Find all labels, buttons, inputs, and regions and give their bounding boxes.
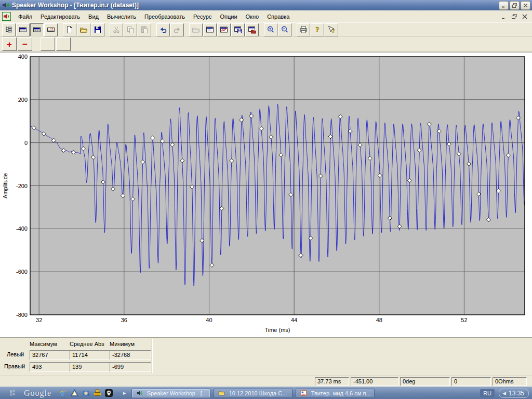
system-tray-clock[interactable]: ◀ 13:35 [499,389,529,398]
mdi-minimize-button[interactable] [500,13,508,20]
menu-bar: ФайлРедактироватьВидВычислитьПреобразова… [0,10,532,23]
taskbar: Google e ▸ Speaker Workshop - [...10.12.… [0,387,532,399]
robot-app-icon[interactable] [93,389,102,397]
menu-справка[interactable]: Справка [263,12,294,21]
cam-app-icon[interactable] [82,389,90,397]
minimize-button[interactable] [499,1,509,10]
stats-row-label: Левый [7,351,24,357]
menu-файл[interactable]: Файл [14,12,36,21]
status-field: 37.73 ms [315,377,349,386]
stat-value-box: 493 [30,362,71,372]
app-speaker-icon [2,1,10,9]
export-window-button[interactable] [245,23,259,36]
cut-button [110,23,123,36]
x-tick-label: 36 [121,317,127,323]
x-tick-label: 48 [376,317,382,323]
zoom-in-button[interactable] [264,23,277,36]
blank-button[interactable] [41,37,55,51]
windows-flag-icon[interactable] [9,389,20,397]
help-button[interactable]: ? [311,23,324,36]
x-tick-label: 52 [461,317,467,323]
svg-text:?: ? [332,28,335,34]
window-title: Speaker Workshop - [Твитер.in.r (dataset… [12,2,499,9]
context-help-button[interactable]: ? [325,23,338,36]
stats-col-header: Среднее Abs [70,341,104,347]
triangle-app-icon[interactable] [70,389,79,397]
datasheet-button[interactable] [16,23,30,36]
paste-button [138,23,151,36]
menu-вид[interactable]: Вид [84,12,103,21]
copy-button [124,23,137,36]
x-axis-title: Time (ms) [264,327,290,333]
menu-опции[interactable]: Опции [216,12,241,21]
datasheet-values-button[interactable] [44,23,58,36]
tray-hide-icons-icon[interactable]: ◀ [502,391,506,396]
marker-toolbar: +− [0,37,532,52]
close-button[interactable] [521,1,530,10]
language-indicator[interactable]: RU [480,389,495,397]
menu-окно[interactable]: Окно [242,12,263,21]
skull-app-icon[interactable] [104,389,113,397]
restore-button[interactable] [510,1,520,10]
import-folder-button [189,23,203,36]
open-folder-button[interactable] [77,23,90,36]
main-toolbar: ?? [0,22,532,37]
properties-window-button[interactable] [203,23,217,36]
zoom-out-button[interactable] [278,23,291,36]
ie-icon[interactable]: e [59,389,68,397]
mdi-close-button[interactable] [521,13,529,20]
speaker-task-icon [134,390,145,396]
menu-вычислить[interactable]: Вычислить [103,12,140,21]
y-tick-label: -400 [16,225,28,232]
menu-преобразовать[interactable]: Преобразовать [140,12,189,21]
x-tick-label: 44 [291,317,297,323]
quicklaunch-overflow-chevron[interactable]: ▸ [123,390,126,396]
status-field: 0 [451,377,491,386]
x-tick-label: 32 [36,317,42,323]
undo-button[interactable] [156,23,170,36]
waveform-chart[interactable]: 4002000-200-400-600-800323640444852Time … [0,52,532,337]
y-tick-label: 400 [18,54,28,60]
y-tick-label: -600 [16,269,28,275]
save-button[interactable] [91,23,104,36]
menu-редактировать[interactable]: Редактировать [36,12,84,21]
remove-button[interactable]: − [18,37,32,51]
speaker-workshop-window: Speaker Workshop - [Твитер.in.r (dataset… [0,0,532,399]
save-window-button[interactable] [231,23,245,36]
taskbar-task-button[interactable]: 10.12.2010 Шкода С... [214,389,292,398]
folder-task-icon [216,390,227,396]
task-button-label: 10.12.2010 Шкода С... [229,390,287,396]
svg-text:e: e [61,389,65,397]
stats-row-label: Правый [4,363,25,369]
stat-value-box: -699 [110,362,151,372]
datasheet-grid-button[interactable] [30,23,44,36]
taskbar-task-button[interactable]: Твитер- мид 4,6 см п... [296,389,375,398]
stat-value-box: 139 [70,362,111,372]
status-field: -451.00 [351,377,398,386]
title-bar: Speaker Workshop - [Твитер.in.r (dataset… [0,0,532,10]
stats-panel-divider [152,339,152,373]
chart-task-icon [298,390,309,396]
taskbar-task-button[interactable]: Speaker Workshop - [... [131,389,210,398]
task-button-label: Speaker Workshop - [... [147,390,207,396]
y-tick-label: -200 [16,183,28,189]
new-file-button[interactable] [63,23,76,36]
stat-value-box: -32768 [110,350,151,360]
status-bar: 37.73 ms-451.000deg00Ohms [0,376,532,387]
waveform-plot[interactable]: 4002000-200-400-600-800323640444852Time … [0,52,532,338]
google-deskbar[interactable]: Google [24,389,51,398]
chart-window-button[interactable] [217,23,231,36]
task-button-label: Твитер- мид 4,6 см п... [311,390,371,396]
mdi-restore-button[interactable] [510,13,518,20]
menu-ресурс[interactable]: Ресурс [189,12,216,21]
add-button[interactable]: + [2,37,17,51]
y-axis-title: Amplitude [2,173,8,198]
svg-text:?: ? [316,26,320,34]
status-field: 0deg [400,377,450,386]
tree-view-button[interactable] [2,23,16,36]
print-button[interactable] [297,23,310,36]
y-tick-label: 200 [18,97,28,103]
y-tick-label: -800 [16,312,28,318]
blank-button[interactable] [56,37,71,51]
status-field: 0Ohms [493,377,527,386]
